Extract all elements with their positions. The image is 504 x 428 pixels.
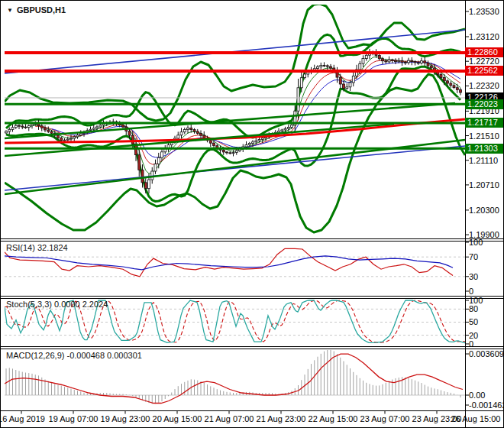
price-level-badge: 1.22562 xyxy=(465,66,504,76)
macd-axis-tick-label: -0.001462 xyxy=(469,400,504,410)
price-axis-tick-label: 1.21510 xyxy=(469,131,499,141)
date-axis-label: 20 Aug 15:00 xyxy=(153,414,202,423)
trading-chart-window: ▼GBPUSD,H1 RSI(14) 32.1824 Stoch(5,3,3) … xyxy=(0,0,504,428)
macd-axis-tick-label: 0.003609 xyxy=(469,349,504,358)
price-level-badge: 1.22023 xyxy=(465,99,504,109)
symbol-label: ▼GBPUSD,H1 xyxy=(7,5,66,15)
stoch-axis-tick-label: 100 xyxy=(469,296,483,305)
trendlines-layer xyxy=(5,30,465,194)
ma-fan xyxy=(22,57,460,173)
price-axis-tick-label: 1.21110 xyxy=(469,156,498,165)
price-axis-tick-label: 1.20300 xyxy=(469,206,499,215)
date-axis-label: 16 Aug 2019 xyxy=(0,414,45,423)
macd-signal-line xyxy=(5,354,463,403)
date-axis-label: 23 Aug 07:00 xyxy=(360,414,410,423)
stoch-axis-tick-label: 50 xyxy=(469,317,478,326)
rsi-line xyxy=(5,248,453,277)
symbol-text: GBPUSD,H1 xyxy=(17,5,66,15)
stoch-axis-tick-label: 0 xyxy=(469,339,473,349)
price-axis-tick-label: 1.23120 xyxy=(469,32,499,41)
date-axis-label: 19 Aug 07:00 xyxy=(49,414,99,423)
date-axis-label: 21 Aug 07:00 xyxy=(205,414,254,423)
rsi-panel xyxy=(5,248,465,277)
macd-axis-tick-label: 0.00 xyxy=(469,391,485,400)
green-diag-mid[interactable] xyxy=(5,103,455,138)
green-diag-low[interactable] xyxy=(5,124,394,156)
rsi-axis-tick-label: 100 xyxy=(469,238,483,247)
price-axis-tick-label: 1.23530 xyxy=(469,7,499,16)
macd-signal-layer xyxy=(5,354,463,403)
rsi-axis-tick-label: 70 xyxy=(469,252,478,261)
stoch-axis-tick-label: 80 xyxy=(469,304,478,313)
price-axis-tick-label: 1.20710 xyxy=(469,180,499,190)
price-axis-tick-label: 1.22720 xyxy=(469,57,499,66)
lower-blue-trendline[interactable] xyxy=(5,146,465,190)
rsi-indicator-label: RSI(14) 32.1824 xyxy=(6,243,68,252)
stoch-axis-tick-label: 20 xyxy=(469,331,478,340)
date-axis-label: 26 Aug 15:00 xyxy=(451,414,501,423)
price-level-badge: 1.21717 xyxy=(465,118,504,128)
symbol-dropdown-icon[interactable]: ▼ xyxy=(7,7,13,14)
rsi-axis-tick-label: 0 xyxy=(469,287,473,296)
rsi-axis-tick-label: 30 xyxy=(469,272,478,281)
price-axis-tick-label: 1.22320 xyxy=(469,81,499,90)
chart-canvas[interactable] xyxy=(1,1,504,428)
stoch-indicator-label: Stoch(5,3,3) 0.0000 2.2024 xyxy=(6,300,108,309)
date-axis-label: 22 Aug 15:00 xyxy=(309,414,358,423)
date-axis-label: 19 Aug 23:00 xyxy=(101,414,150,423)
price-level-badge: 1.21303 xyxy=(465,144,504,154)
date-axis-label: 21 Aug 23:00 xyxy=(257,414,306,423)
price-level-badge: 1.22860 xyxy=(465,47,504,57)
macd-indicator-label: MACD(12,26,9) -0.000468 0.000301 xyxy=(6,351,142,360)
